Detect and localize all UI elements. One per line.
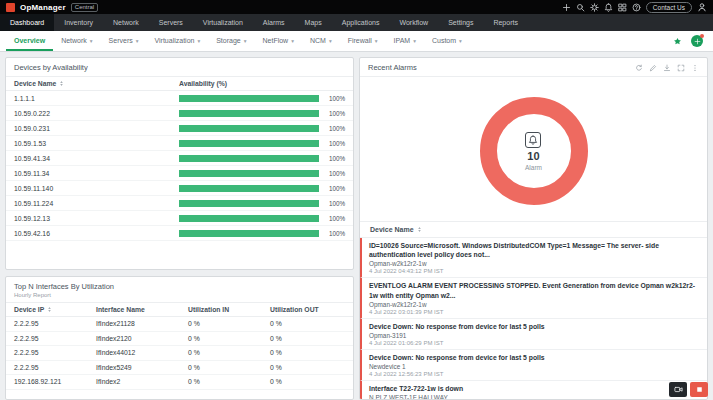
device-row[interactable]: 10.59.1.53 100%: [6, 136, 353, 151]
device-row[interactable]: 10.59.0.231 100%: [6, 121, 353, 136]
column-availability[interactable]: Availability (%): [179, 80, 345, 87]
alarm-donut-chart: 10 Alarm: [360, 77, 707, 205]
device-row[interactable]: 10.59.11.34 100%: [6, 166, 353, 181]
plus-icon[interactable]: [562, 3, 571, 12]
tabs-actions: [673, 35, 707, 47]
column-interface-name[interactable]: Interface Name: [96, 306, 188, 313]
sort-icon[interactable]: [416, 226, 423, 233]
sort-icon[interactable]: [46, 306, 53, 313]
column-utilization-out[interactable]: Utilization OUT: [270, 306, 345, 313]
refresh-icon[interactable]: [635, 64, 643, 72]
bell-icon[interactable]: [604, 3, 613, 12]
nav-item-workflow[interactable]: Workflow: [389, 14, 438, 31]
tab-ncm[interactable]: NCM: [302, 31, 340, 51]
column-device-ip[interactable]: Device IP: [14, 306, 44, 313]
alarm-list-header: Device Name: [360, 221, 707, 238]
interface-name: IfIndex5249: [96, 364, 188, 371]
nav-item-maps[interactable]: Maps: [295, 14, 332, 31]
alarm-item[interactable]: ID=10026 Source=Microsoft. Windows Distr…: [360, 238, 707, 278]
device-row[interactable]: 10.59.11.140 100%: [6, 181, 353, 196]
grid-icon[interactable]: [618, 3, 627, 12]
camera-overlay-button[interactable]: [669, 382, 687, 397]
interface-row[interactable]: 2.2.2.95 IfIndex44012 0 % 0 %: [6, 346, 353, 361]
edit-icon[interactable]: [649, 64, 657, 72]
device-name: 10.59.11.224: [14, 200, 179, 207]
alarm-item[interactable]: Device Down: No response from device for…: [360, 319, 707, 350]
alarm-item[interactable]: EVENTLOG ALARM EVENT PROCESSING STOPPED.…: [360, 278, 707, 318]
alarm-message: Interface T22-722-1w is down: [369, 384, 699, 393]
device-row[interactable]: 10.59.12.13 100%: [6, 211, 353, 226]
donut-ring[interactable]: 10 Alarm: [480, 97, 588, 205]
user-icon[interactable]: [697, 2, 707, 12]
nav-item-inventory[interactable]: Inventory: [54, 14, 103, 31]
availability-value: 100%: [323, 125, 345, 132]
interfaces-table-header: Device IP Interface Name Utilization IN …: [6, 303, 353, 317]
expand-icon[interactable]: [677, 64, 685, 72]
sort-icon[interactable]: [58, 80, 65, 87]
interface-row[interactable]: 2.2.2.95 IfIndex5249 0 % 0 %: [6, 361, 353, 376]
search-icon[interactable]: [576, 3, 585, 12]
nav-item-applications[interactable]: Applications: [332, 14, 390, 31]
tab-network[interactable]: Network: [53, 31, 100, 51]
devices-by-availability-panel: Devices by Availability Device Name Avai…: [5, 57, 354, 270]
nav-item-servers[interactable]: Servers: [149, 14, 193, 31]
availability-bar: 100%: [179, 140, 345, 147]
tab-custom[interactable]: Custom: [424, 31, 470, 51]
availability-value: 100%: [323, 230, 345, 237]
export-icon[interactable]: [663, 64, 671, 72]
interface-row[interactable]: 2.2.2.95 IfIndex21128 0 % 0 %: [6, 317, 353, 332]
device-name: 10.59.11.34: [14, 170, 179, 177]
nav-item-dashboard[interactable]: Dashboard: [0, 14, 54, 31]
alarm-message: EVENTLOG ALARM EVENT PROCESSING STOPPED.…: [369, 281, 699, 299]
gear-icon[interactable]: [590, 3, 599, 12]
more-icon[interactable]: [691, 64, 699, 72]
nav-item-settings[interactable]: Settings: [438, 14, 483, 31]
alarm-item[interactable]: Device Down: No response from device for…: [360, 350, 707, 381]
tab-netflow[interactable]: NetFlow: [255, 31, 302, 51]
device-row[interactable]: 10.59.11.224 100%: [6, 196, 353, 211]
availability-bar: 100%: [179, 170, 345, 177]
alarm-message: Device Down: No response from device for…: [369, 322, 699, 331]
nav-item-reports[interactable]: Reports: [483, 14, 528, 31]
tab-overview[interactable]: Overview: [6, 31, 53, 51]
nav-item-virtualization[interactable]: Virtualization: [193, 14, 253, 31]
utilization-in: 0 %: [188, 378, 270, 385]
record-stop-button[interactable]: [690, 382, 708, 397]
availability-value: 100%: [323, 155, 345, 162]
contact-us-button[interactable]: Contact Us: [646, 2, 692, 13]
favorite-icon[interactable]: [673, 37, 682, 46]
tab-firewall[interactable]: Firewall: [340, 31, 386, 51]
nav-item-network[interactable]: Network: [103, 14, 149, 31]
add-dashboard-button[interactable]: [691, 35, 703, 47]
help-icon[interactable]: [632, 3, 641, 12]
column-device-name[interactable]: Device Name: [14, 80, 56, 87]
tab-virtualization[interactable]: Virtualization: [146, 31, 208, 51]
device-ip: 2.2.2.95: [14, 320, 96, 327]
alarm-item[interactable]: Interface T22-722-1w is down N PLZ WEST-…: [360, 381, 707, 400]
utilization-in: 0 %: [188, 349, 270, 356]
device-name: 10.59.1.53: [14, 140, 179, 147]
utilization-out: 0 %: [270, 335, 345, 342]
device-row[interactable]: 1.1.1.1 100%: [6, 91, 353, 106]
panel-title: Recent Alarms: [368, 63, 417, 72]
device-name: 10.59.11.140: [14, 185, 179, 192]
nav-item-alarms[interactable]: Alarms: [253, 14, 295, 31]
utilization-out: 0 %: [270, 364, 345, 371]
tab-storage[interactable]: Storage: [208, 31, 254, 51]
device-row[interactable]: 10.59.42.16 100%: [6, 226, 353, 241]
device-row[interactable]: 10.59.0.222 100%: [6, 106, 353, 121]
device-name: 10.59.0.222: [14, 110, 179, 117]
camera-icon: [674, 385, 683, 394]
availability-value: 100%: [323, 110, 345, 117]
interface-row[interactable]: 2.2.2.95 IfIndex2120 0 % 0 %: [6, 332, 353, 347]
interface-row[interactable]: 192.168.92.121 IfIndex2 0 % 0 %: [6, 375, 353, 390]
tab-ipam[interactable]: IPAM: [386, 31, 424, 51]
device-row[interactable]: 10.59.41.34 100%: [6, 151, 353, 166]
column-device-name[interactable]: Device Name: [370, 226, 414, 233]
central-badge: Central: [71, 3, 98, 12]
column-utilization-in[interactable]: Utilization IN: [188, 306, 270, 313]
device-name: 10.59.42.16: [14, 230, 179, 237]
tab-servers[interactable]: Servers: [101, 31, 147, 51]
alarm-source: Newdevice 1: [369, 363, 699, 370]
device-name: 10.59.41.34: [14, 155, 179, 162]
